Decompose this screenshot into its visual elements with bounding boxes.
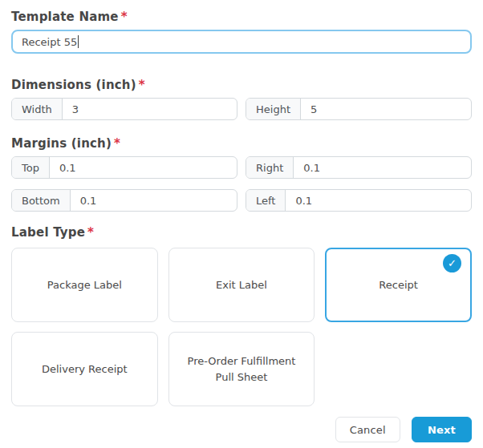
margin-top-prepend-label: Top <box>12 157 50 178</box>
width-input[interactable] <box>63 99 237 119</box>
template-name-label-text: Template Name <box>11 10 119 24</box>
margin-left-input-group: Left <box>246 189 472 212</box>
height-prepend-label: Height <box>246 99 301 119</box>
template-name-value: Receipt 55 <box>22 36 77 48</box>
check-icon: ✓ <box>443 254 461 272</box>
margin-right-input[interactable] <box>294 157 471 178</box>
dimensions-heading: Dimensions (inch)* <box>11 78 472 92</box>
required-asterisk: * <box>114 136 120 151</box>
height-input-group: Height <box>246 98 472 120</box>
text-cursor <box>78 35 79 48</box>
form-actions: Cancel Next <box>11 417 472 442</box>
required-asterisk: * <box>87 225 94 240</box>
margins-row-1: Top Right <box>11 156 472 179</box>
margin-left-input[interactable] <box>286 190 471 211</box>
label-type-card-exit-label[interactable]: Exit Label ✓ <box>168 248 315 322</box>
margin-right-input-group: Right <box>246 156 472 179</box>
margin-top-input-group: Top <box>11 156 237 179</box>
card-label: Delivery Receipt <box>42 361 128 377</box>
label-type-card-receipt[interactable]: Receipt ✓ <box>325 248 472 322</box>
margin-left-prepend-label: Left <box>246 190 286 211</box>
dimensions-row: Width Height <box>11 98 472 120</box>
label-type-card-preorder-pull-sheet[interactable]: Pre-Order Fulfillment Pull Sheet ✓ <box>168 332 315 406</box>
template-name-input[interactable]: Receipt 55 <box>11 30 472 54</box>
margin-bottom-input-group: Bottom <box>11 189 237 212</box>
width-prepend-label: Width <box>12 99 63 119</box>
margin-bottom-prepend-label: Bottom <box>12 190 71 211</box>
required-asterisk: * <box>139 78 145 92</box>
dimensions-section: Dimensions (inch)* Width Height <box>11 78 472 120</box>
height-input[interactable] <box>301 99 471 119</box>
margins-section: Margins (inch)* Top Right Bottom Left <box>11 136 472 212</box>
margin-top-input[interactable] <box>50 157 237 178</box>
dimensions-heading-text: Dimensions (inch) <box>11 78 136 92</box>
required-asterisk: * <box>121 10 128 24</box>
label-type-options: Package Label ✓ Exit Label ✓ Receipt ✓ D… <box>11 248 472 406</box>
label-type-card-package-label[interactable]: Package Label ✓ <box>11 248 158 322</box>
label-type-card-delivery-receipt[interactable]: Delivery Receipt ✓ <box>11 332 158 406</box>
cancel-button[interactable]: Cancel <box>335 417 400 442</box>
card-label: Package Label <box>47 277 122 293</box>
template-name-label: Template Name* <box>11 10 472 24</box>
margin-right-prepend-label: Right <box>246 157 294 178</box>
margins-heading-text: Margins (inch) <box>11 136 112 151</box>
card-label: Exit Label <box>216 277 267 293</box>
margin-bottom-input[interactable] <box>71 190 237 211</box>
card-label: Receipt <box>379 277 418 293</box>
label-type-heading: Label Type* <box>11 225 472 240</box>
margins-heading: Margins (inch)* <box>11 136 472 151</box>
card-label: Pre-Order Fulfillment Pull Sheet <box>184 353 300 385</box>
template-form: Template Name* Receipt 55 Dimensions (in… <box>0 0 483 448</box>
label-type-section: Label Type* Package Label ✓ Exit Label ✓… <box>11 225 472 406</box>
label-type-heading-text: Label Type <box>11 225 85 240</box>
margins-row-2: Bottom Left <box>11 189 472 212</box>
width-input-group: Width <box>11 98 237 120</box>
next-button[interactable]: Next <box>412 417 472 442</box>
